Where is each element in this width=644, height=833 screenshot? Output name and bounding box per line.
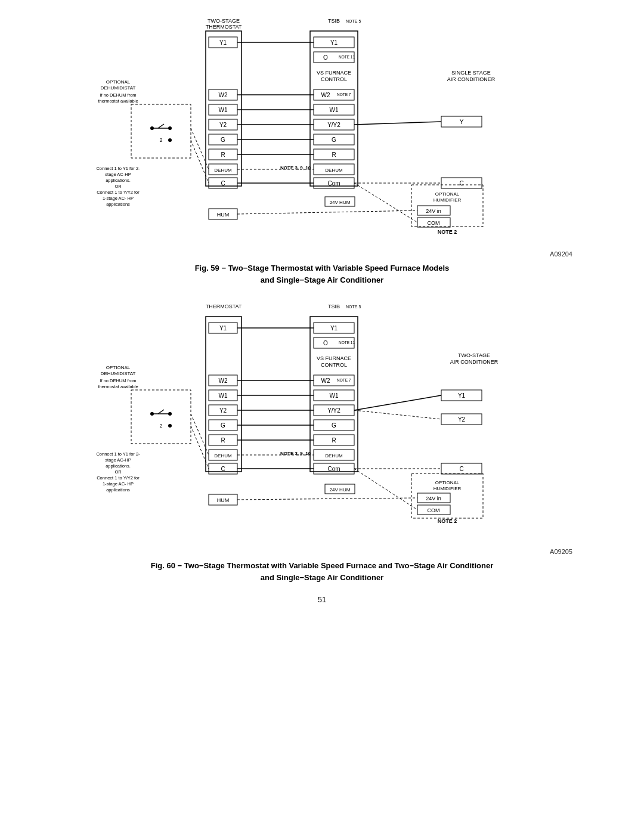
svg-text:W1: W1 <box>330 392 339 399</box>
svg-text:DEHUMIDISTAT: DEHUMIDISTAT <box>101 85 136 91</box>
fig60-caption-line2: and Single−Stage Air Conditioner <box>261 573 383 582</box>
page: TWO-STAGE THERMOSTAT TSIB NOTE 5 VS FURN… <box>0 0 644 833</box>
svg-text:OPTIONAL: OPTIONAL <box>106 79 131 85</box>
svg-text:Y2: Y2 <box>458 416 466 423</box>
svg-text:If no DEHUM from: If no DEHUM from <box>100 378 136 383</box>
figure-59-diagram: TWO-STAGE THERMOSTAT TSIB NOTE 5 VS FURN… <box>54 12 590 244</box>
svg-text:C: C <box>221 466 225 472</box>
svg-text:THERMOSTAT: THERMOSTAT <box>206 24 242 30</box>
svg-text:CONTROL: CONTROL <box>321 362 347 368</box>
svg-text:Connect 1 to Y1 for 2-: Connect 1 to Y1 for 2- <box>96 166 140 171</box>
svg-text:OPTIONAL: OPTIONAL <box>106 365 131 370</box>
svg-rect-176 <box>131 390 191 444</box>
svg-text:OPTIONAL: OPTIONAL <box>435 191 460 197</box>
svg-text:stage AC-HP: stage AC-HP <box>105 172 131 177</box>
svg-text:DEHUM: DEHUM <box>214 168 232 173</box>
svg-text:R: R <box>332 437 336 444</box>
svg-point-178 <box>150 412 154 416</box>
svg-text:thermostat available: thermostat available <box>98 98 138 104</box>
svg-line-175 <box>237 498 417 500</box>
svg-line-180 <box>158 410 164 414</box>
svg-text:AIR CONDITIONER: AIR CONDITIONER <box>450 359 499 365</box>
svg-text:AIR CONDITIONER: AIR CONDITIONER <box>447 76 496 82</box>
svg-line-174 <box>354 469 417 510</box>
svg-point-182 <box>168 424 172 428</box>
svg-text:applications: applications <box>106 202 130 207</box>
svg-text:24V in: 24V in <box>426 496 441 501</box>
svg-text:W2: W2 <box>219 92 228 98</box>
svg-text:NOTE 3, 9, 10: NOTE 3, 9, 10 <box>280 165 311 171</box>
svg-text:W1: W1 <box>330 107 339 113</box>
svg-text:TWO-STAGE: TWO-STAGE <box>458 352 490 358</box>
svg-text:C: C <box>459 180 463 187</box>
fig60-caption-line1: Fig. 60 − Two−Stage Thermostat with Vari… <box>151 561 493 570</box>
figure-60-caption: Fig. 60 − Two−Stage Thermostat with Vari… <box>113 560 531 583</box>
svg-text:Y/Y2: Y/Y2 <box>327 407 340 414</box>
svg-text:NOTE 11: NOTE 11 <box>339 340 355 345</box>
svg-line-75 <box>354 122 441 125</box>
svg-text:W1: W1 <box>219 392 228 399</box>
svg-text:HUMIDIFIER: HUMIDIFIER <box>434 197 462 203</box>
svg-line-78 <box>237 210 417 214</box>
svg-text:G: G <box>221 137 225 143</box>
svg-line-83 <box>158 124 164 128</box>
svg-text:Y1: Y1 <box>330 39 338 46</box>
svg-rect-79 <box>131 104 191 158</box>
svg-text:DEHUM: DEHUM <box>214 453 232 459</box>
svg-text:HUM: HUM <box>217 212 230 218</box>
figure-59-section: TWO-STAGE THERMOSTAT TSIB NOTE 5 VS FURN… <box>24 12 620 244</box>
svg-text:1-stage AC- HP: 1-stage AC- HP <box>103 481 134 487</box>
svg-text:TSIB: TSIB <box>328 18 340 24</box>
svg-text:W2: W2 <box>219 377 228 384</box>
svg-text:Y1: Y1 <box>458 392 466 399</box>
svg-text:DEHUMIDISTAT: DEHUMIDISTAT <box>101 371 136 376</box>
svg-text:24V HUM: 24V HUM <box>330 200 351 205</box>
svg-text:DEHUM: DEHUM <box>325 453 343 459</box>
svg-text:OR: OR <box>114 469 122 475</box>
svg-text:applications: applications <box>106 487 130 493</box>
svg-point-82 <box>168 126 172 130</box>
svg-text:stage AC-HP: stage AC-HP <box>105 457 131 463</box>
svg-text:O: O <box>323 54 328 61</box>
fig59-caption-line1: Fig. 59 − Two−Stage Thermostat with Vari… <box>195 264 450 272</box>
svg-point-85 <box>168 138 172 142</box>
svg-text:applications.: applications. <box>106 178 131 183</box>
svg-text:NOTE 2: NOTE 2 <box>438 229 457 235</box>
svg-text:2: 2 <box>159 137 162 143</box>
svg-text:VS FURNACE: VS FURNACE <box>317 70 351 76</box>
svg-text:NOTE 11: NOTE 11 <box>339 55 355 59</box>
svg-text:HUM: HUM <box>217 497 230 503</box>
svg-text:24V HUM: 24V HUM <box>330 487 351 493</box>
svg-text:C: C <box>459 466 463 472</box>
figure-60-diagram: THERMOSTAT TSIB NOTE 5 VS FURNACE CONTRO… <box>54 298 590 542</box>
svg-line-171 <box>354 395 441 410</box>
svg-text:Y1: Y1 <box>219 39 227 46</box>
svg-text:G: G <box>332 422 336 429</box>
svg-text:R: R <box>332 151 336 158</box>
svg-text:Y2: Y2 <box>219 407 227 414</box>
svg-text:NOTE 7: NOTE 7 <box>337 378 351 382</box>
fig60-ref: A09205 <box>24 548 572 555</box>
svg-text:TWO-STAGE: TWO-STAGE <box>208 18 240 24</box>
svg-text:NOTE 2: NOTE 2 <box>438 518 457 524</box>
svg-text:NOTE 5: NOTE 5 <box>346 19 361 23</box>
svg-text:Com: Com <box>327 466 340 472</box>
svg-text:THERMOSTAT: THERMOSTAT <box>206 304 242 309</box>
svg-text:Connect 1 to Y/Y2 for: Connect 1 to Y/Y2 for <box>97 190 140 195</box>
svg-text:G: G <box>332 137 336 143</box>
svg-text:24V in: 24V in <box>426 208 441 214</box>
svg-text:Y1: Y1 <box>219 325 227 332</box>
svg-text:NOTE 7: NOTE 7 <box>337 92 351 97</box>
svg-text:OR: OR <box>114 184 122 189</box>
svg-text:Y2: Y2 <box>219 122 227 128</box>
svg-text:COM: COM <box>428 220 440 226</box>
svg-text:Connect 1 to Y1 for 2-: Connect 1 to Y1 for 2- <box>96 451 140 457</box>
svg-text:Com: Com <box>327 180 340 187</box>
svg-text:VS FURNACE: VS FURNACE <box>317 355 351 361</box>
svg-text:OPTIONAL: OPTIONAL <box>435 480 460 485</box>
svg-text:1-stage AC- HP: 1-stage AC- HP <box>103 196 134 201</box>
figure-59-caption: Fig. 59 − Two−Stage Thermostat with Vari… <box>113 262 531 286</box>
svg-text:TSIB: TSIB <box>328 304 340 309</box>
svg-text:DEHUM: DEHUM <box>325 168 343 173</box>
svg-text:applications.: applications. <box>106 463 131 469</box>
